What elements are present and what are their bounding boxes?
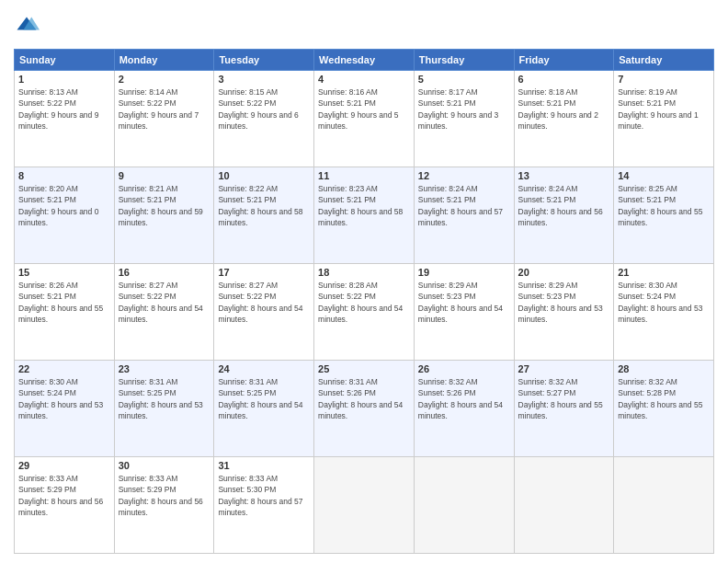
day-cell-18: 18Sunrise: 8:28 AMSunset: 5:22 PMDayligh… [314, 264, 415, 361]
day-number: 9 [119, 170, 210, 181]
day-number: 28 [618, 363, 710, 374]
day-info: Sunrise: 8:24 AMSunset: 5:21 PMDaylight:… [518, 183, 610, 228]
day-cell-23: 23Sunrise: 8:31 AMSunset: 5:25 PMDayligh… [114, 361, 214, 457]
day-number: 30 [119, 460, 210, 471]
day-cell-4: 4Sunrise: 8:16 AMSunset: 5:21 PMDaylight… [314, 71, 415, 167]
day-number: 3 [218, 74, 310, 85]
day-number: 29 [18, 460, 110, 471]
empty-cell [414, 457, 514, 554]
day-cell-3: 3Sunrise: 8:15 AMSunset: 5:22 PMDaylight… [214, 71, 314, 167]
day-info: Sunrise: 8:27 AMSunset: 5:22 PMDaylight:… [119, 280, 210, 325]
day-cell-28: 28Sunrise: 8:32 AMSunset: 5:28 PMDayligh… [614, 361, 714, 457]
day-number: 8 [18, 170, 110, 181]
calendar-body: 1Sunrise: 8:13 AMSunset: 5:22 PMDaylight… [15, 71, 714, 554]
calendar-table: SundayMondayTuesdayWednesdayThursdayFrid… [14, 49, 714, 554]
day-info: Sunrise: 8:21 AMSunset: 5:21 PMDaylight:… [119, 183, 210, 228]
logo-icon [14, 14, 40, 40]
day-info: Sunrise: 8:15 AMSunset: 5:22 PMDaylight:… [218, 86, 310, 132]
day-cell-25: 25Sunrise: 8:31 AMSunset: 5:26 PMDayligh… [314, 361, 415, 457]
day-info: Sunrise: 8:30 AMSunset: 5:24 PMDaylight:… [18, 376, 110, 421]
day-cell-15: 15Sunrise: 8:26 AMSunset: 5:21 PMDayligh… [15, 264, 115, 361]
weekday-header-monday: Monday [114, 50, 214, 71]
day-cell-9: 9Sunrise: 8:21 AMSunset: 5:21 PMDaylight… [114, 167, 214, 264]
day-info: Sunrise: 8:31 AMSunset: 5:25 PMDaylight:… [119, 376, 210, 421]
day-cell-22: 22Sunrise: 8:30 AMSunset: 5:24 PMDayligh… [15, 361, 115, 457]
day-cell-7: 7Sunrise: 8:19 AMSunset: 5:21 PMDaylight… [614, 71, 714, 167]
day-number: 25 [318, 363, 410, 374]
empty-cell [614, 457, 714, 554]
day-info: Sunrise: 8:32 AMSunset: 5:26 PMDaylight:… [418, 376, 510, 421]
day-cell-12: 12Sunrise: 8:24 AMSunset: 5:21 PMDayligh… [414, 167, 514, 264]
day-info: Sunrise: 8:32 AMSunset: 5:27 PMDaylight:… [518, 376, 610, 421]
day-number: 6 [518, 74, 610, 85]
day-number: 18 [318, 267, 410, 278]
header [14, 14, 714, 40]
day-number: 2 [119, 74, 210, 85]
day-info: Sunrise: 8:25 AMSunset: 5:21 PMDaylight:… [618, 183, 710, 228]
day-info: Sunrise: 8:28 AMSunset: 5:22 PMDaylight:… [318, 280, 410, 325]
day-info: Sunrise: 8:16 AMSunset: 5:21 PMDaylight:… [318, 86, 410, 132]
calendar-week-3: 15Sunrise: 8:26 AMSunset: 5:21 PMDayligh… [15, 264, 714, 361]
weekday-header-friday: Friday [514, 50, 614, 71]
day-info: Sunrise: 8:32 AMSunset: 5:28 PMDaylight:… [618, 376, 710, 421]
day-info: Sunrise: 8:33 AMSunset: 5:29 PMDaylight:… [119, 473, 210, 518]
day-number: 23 [119, 363, 210, 374]
day-info: Sunrise: 8:31 AMSunset: 5:25 PMDaylight:… [218, 376, 310, 421]
day-info: Sunrise: 8:26 AMSunset: 5:21 PMDaylight:… [18, 280, 110, 325]
calendar-week-1: 1Sunrise: 8:13 AMSunset: 5:22 PMDaylight… [15, 71, 714, 167]
weekday-header-tuesday: Tuesday [214, 50, 314, 71]
day-number: 7 [618, 74, 710, 85]
day-info: Sunrise: 8:19 AMSunset: 5:21 PMDaylight:… [618, 86, 710, 132]
day-number: 4 [318, 74, 410, 85]
weekday-header-sunday: Sunday [15, 50, 115, 71]
calendar-week-5: 29Sunrise: 8:33 AMSunset: 5:29 PMDayligh… [15, 457, 714, 554]
day-cell-11: 11Sunrise: 8:23 AMSunset: 5:21 PMDayligh… [314, 167, 415, 264]
day-info: Sunrise: 8:18 AMSunset: 5:21 PMDaylight:… [518, 86, 610, 132]
day-cell-8: 8Sunrise: 8:20 AMSunset: 5:21 PMDaylight… [15, 167, 115, 264]
day-info: Sunrise: 8:17 AMSunset: 5:21 PMDaylight:… [418, 86, 510, 132]
day-cell-31: 31Sunrise: 8:33 AMSunset: 5:30 PMDayligh… [214, 457, 314, 554]
day-cell-5: 5Sunrise: 8:17 AMSunset: 5:21 PMDaylight… [414, 71, 514, 167]
day-number: 24 [218, 363, 310, 374]
weekday-header-thursday: Thursday [414, 50, 514, 71]
day-cell-6: 6Sunrise: 8:18 AMSunset: 5:21 PMDaylight… [514, 71, 614, 167]
day-cell-19: 19Sunrise: 8:29 AMSunset: 5:23 PMDayligh… [414, 264, 514, 361]
day-info: Sunrise: 8:14 AMSunset: 5:22 PMDaylight:… [119, 86, 210, 132]
day-cell-24: 24Sunrise: 8:31 AMSunset: 5:25 PMDayligh… [214, 361, 314, 457]
day-cell-21: 21Sunrise: 8:30 AMSunset: 5:24 PMDayligh… [614, 264, 714, 361]
day-info: Sunrise: 8:33 AMSunset: 5:30 PMDaylight:… [218, 473, 310, 518]
day-number: 22 [18, 363, 110, 374]
day-number: 10 [218, 170, 310, 181]
day-number: 20 [518, 267, 610, 278]
day-number: 21 [618, 267, 710, 278]
day-cell-10: 10Sunrise: 8:22 AMSunset: 5:21 PMDayligh… [214, 167, 314, 264]
day-info: Sunrise: 8:23 AMSunset: 5:21 PMDaylight:… [318, 183, 410, 228]
calendar-week-4: 22Sunrise: 8:30 AMSunset: 5:24 PMDayligh… [15, 361, 714, 457]
weekday-header-wednesday: Wednesday [314, 50, 415, 71]
day-info: Sunrise: 8:27 AMSunset: 5:22 PMDaylight:… [218, 280, 310, 325]
day-number: 16 [119, 267, 210, 278]
day-info: Sunrise: 8:33 AMSunset: 5:29 PMDaylight:… [18, 473, 110, 518]
weekday-header-saturday: Saturday [614, 50, 714, 71]
day-info: Sunrise: 8:20 AMSunset: 5:21 PMDaylight:… [18, 183, 110, 228]
day-number: 1 [18, 74, 110, 85]
day-cell-1: 1Sunrise: 8:13 AMSunset: 5:22 PMDaylight… [15, 71, 115, 167]
day-cell-29: 29Sunrise: 8:33 AMSunset: 5:29 PMDayligh… [15, 457, 115, 554]
day-cell-30: 30Sunrise: 8:33 AMSunset: 5:29 PMDayligh… [114, 457, 214, 554]
logo [14, 14, 43, 40]
day-info: Sunrise: 8:29 AMSunset: 5:23 PMDaylight:… [518, 280, 610, 325]
day-number: 13 [518, 170, 610, 181]
day-cell-27: 27Sunrise: 8:32 AMSunset: 5:27 PMDayligh… [514, 361, 614, 457]
day-info: Sunrise: 8:29 AMSunset: 5:23 PMDaylight:… [418, 280, 510, 325]
day-cell-17: 17Sunrise: 8:27 AMSunset: 5:22 PMDayligh… [214, 264, 314, 361]
day-number: 26 [418, 363, 510, 374]
empty-cell [514, 457, 614, 554]
day-number: 19 [418, 267, 510, 278]
day-info: Sunrise: 8:22 AMSunset: 5:21 PMDaylight:… [218, 183, 310, 228]
day-number: 17 [218, 267, 310, 278]
day-cell-20: 20Sunrise: 8:29 AMSunset: 5:23 PMDayligh… [514, 264, 614, 361]
empty-cell [314, 457, 415, 554]
weekday-header-row: SundayMondayTuesdayWednesdayThursdayFrid… [15, 50, 714, 71]
day-number: 31 [218, 460, 310, 471]
day-number: 11 [318, 170, 410, 181]
